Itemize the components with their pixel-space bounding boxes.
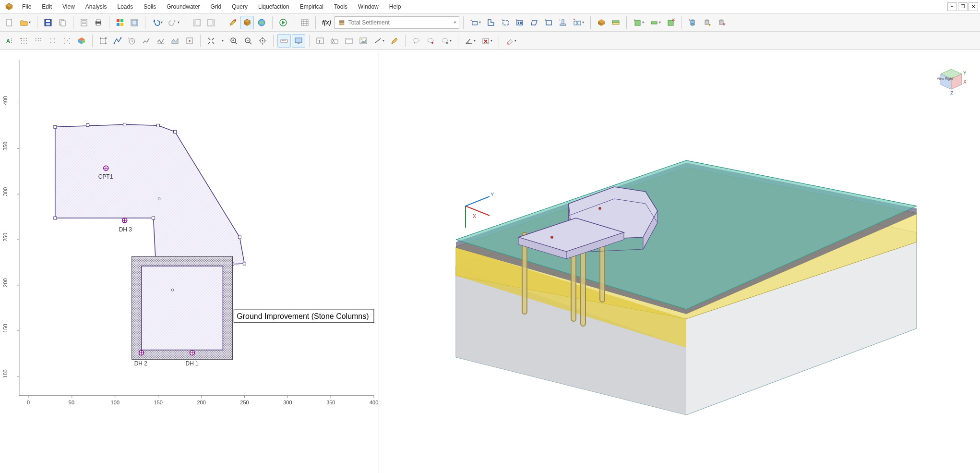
menu-empirical[interactable]: Empirical <box>295 1 328 12</box>
multi-rect-button[interactable]: +▾ <box>571 16 586 29</box>
eraser-button[interactable]: ▾ <box>503 34 519 48</box>
chart-line-1-button[interactable] <box>140 34 153 48</box>
ground-improvement-inner[interactable] <box>142 266 223 350</box>
save-button[interactable] <box>41 16 55 29</box>
column-footer-button[interactable]: + <box>556 16 570 29</box>
menu-soils[interactable]: Soils <box>139 1 161 12</box>
new-file-button[interactable] <box>3 16 16 29</box>
rectangle-topleft-plus-button[interactable]: +▾ <box>467 16 483 29</box>
svg-rect-143 <box>281 40 287 42</box>
toolbar-row-1: ▾ ▾ ▾ f(x) ▾ +▾ + + + + + + +▾ +▾ ▾ ✕ + … <box>0 13 980 32</box>
fx-button[interactable]: f(x) <box>320 16 334 29</box>
delete-x-button[interactable]: ▾ <box>479 34 495 48</box>
green-square-plus-button[interactable]: +▾ <box>631 16 646 29</box>
extent-button[interactable] <box>183 34 196 48</box>
green-bar-button[interactable]: ▾ <box>647 16 663 29</box>
panel-left-button[interactable] <box>190 16 203 29</box>
grid-dots-3-button[interactable] <box>46 34 60 48</box>
display-options-button[interactable] <box>128 16 141 29</box>
chart-area-button[interactable] <box>168 34 182 48</box>
rect-handles-button[interactable] <box>96 34 110 48</box>
zoom-dropdown-button[interactable]: ▾ <box>219 34 226 48</box>
clock-plus-button[interactable]: + <box>125 34 139 48</box>
ruler-scale-button[interactable] <box>277 34 291 48</box>
view-gizmo[interactable]: Y X Z View Right <box>937 69 967 96</box>
result-type-combo[interactable]: ▾ <box>335 16 459 29</box>
grid-dots-1-button[interactable]: + <box>17 34 31 48</box>
cube-3d-colored-button[interactable] <box>75 34 88 48</box>
rect-dash-plus-button[interactable]: + <box>499 16 512 29</box>
print-button[interactable] <box>92 16 105 29</box>
undo-button[interactable]: ▾ <box>149 16 165 29</box>
plan-view-pane[interactable]: 100 150 200 250 300 350 400 0 50 100 150… <box>0 50 379 473</box>
menu-groundwater[interactable]: Groundwater <box>162 1 204 12</box>
pencil-red-button[interactable] <box>226 16 239 29</box>
result-type-input[interactable] <box>348 19 451 26</box>
edit-pencil-button[interactable] <box>388 34 401 48</box>
open-file-button[interactable]: ▾ <box>17 16 33 29</box>
grid-dots-2-button[interactable] <box>32 34 45 48</box>
menu-query[interactable]: Query <box>227 1 252 12</box>
grid-a-button[interactable]: A <box>3 34 16 48</box>
restore-button[interactable]: ❐ <box>958 2 968 11</box>
soil-block-3d[interactable]: X Y <box>456 160 917 415</box>
menu-grid[interactable]: Grid <box>206 1 227 12</box>
chart-line-2-button[interactable] <box>154 34 167 48</box>
cylinder-add-button[interactable]: + <box>686 16 699 29</box>
rect-plain-plus-button[interactable]: + <box>542 16 555 29</box>
line-tool-button[interactable]: ▾ <box>371 34 387 48</box>
svg-text:View Right: View Right <box>937 77 953 81</box>
zoom-target-button[interactable] <box>256 34 269 48</box>
soil-cube-button[interactable] <box>595 16 608 29</box>
menu-view[interactable]: View <box>58 1 80 12</box>
close-button[interactable]: ✕ <box>968 2 978 11</box>
svg-point-106 <box>54 42 55 43</box>
angle-measure-button[interactable]: ▾ <box>462 34 478 48</box>
view-3d-pane[interactable]: Y X Z View Right <box>379 50 980 473</box>
cube-small-icon[interactable] <box>240 16 254 29</box>
menu-tools[interactable]: Tools <box>329 1 352 12</box>
green-square-delete-button[interactable]: ✕ <box>664 16 678 29</box>
menu-file[interactable]: File <box>17 1 36 12</box>
menu-liquefaction[interactable]: Liquefaction <box>253 1 294 12</box>
table-button[interactable] <box>298 16 311 29</box>
text-frame-button[interactable]: T <box>313 34 327 48</box>
redo-button[interactable]: ▾ <box>166 16 182 29</box>
view3d-svg[interactable]: Y X Z View Right <box>379 50 980 473</box>
copy-button[interactable] <box>56 16 69 29</box>
run-button[interactable] <box>276 16 290 29</box>
report-button[interactable] <box>77 16 91 29</box>
zoom-out-button[interactable] <box>241 34 255 48</box>
trapezoid-button[interactable]: + <box>527 16 541 29</box>
globe-icon[interactable] <box>255 16 268 29</box>
image-button[interactable] <box>357 34 370 48</box>
panel-right-button[interactable] <box>204 16 218 29</box>
load-polygon[interactable] <box>55 124 245 264</box>
menu-edit[interactable]: Edit <box>37 1 57 12</box>
calendar-button[interactable] <box>342 34 356 48</box>
menu-loads[interactable]: Loads <box>113 1 138 12</box>
l-shape-button[interactable]: + <box>484 16 498 29</box>
polyline-button[interactable] <box>111 34 124 48</box>
menu-window[interactable]: Window <box>353 1 383 12</box>
svg-point-110 <box>64 43 65 44</box>
fit-arrows-button[interactable] <box>204 34 218 48</box>
grid-dots-4-button[interactable] <box>60 34 74 48</box>
borehole-dh3[interactable]: DH 3 <box>119 218 132 233</box>
svg-point-75 <box>691 24 694 25</box>
layer-green-button[interactable] <box>609 16 622 29</box>
color-palette-button[interactable] <box>113 16 127 29</box>
lasso-1-button[interactable] <box>409 34 423 48</box>
menu-analysis[interactable]: Analysis <box>81 1 112 12</box>
lasso-3-button[interactable]: ▾ <box>438 34 454 48</box>
text-label-button[interactable]: A <box>328 34 341 48</box>
minimize-button[interactable]: − <box>947 2 957 11</box>
cylinder-delete-button[interactable]: ✕ <box>715 16 728 29</box>
lasso-2-button[interactable] <box>424 34 437 48</box>
menu-help[interactable]: Help <box>384 1 406 12</box>
cylinder-triangle-button[interactable] <box>700 16 714 29</box>
zoom-in-button[interactable] <box>227 34 240 48</box>
plan-svg[interactable]: 100 150 200 250 300 350 400 0 50 100 150… <box>0 50 379 473</box>
rect-children-button[interactable]: + <box>513 16 526 29</box>
screen-button[interactable] <box>292 34 305 48</box>
